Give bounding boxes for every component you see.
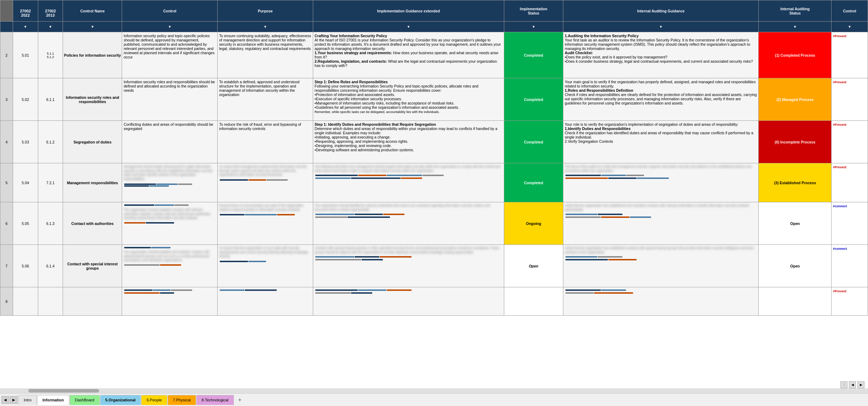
cell-control-last-7: #connect <box>832 245 868 287</box>
cell-audit-status-8 <box>759 287 832 316</box>
cell-purpose-3: To establish a defined, approved and und… <box>218 78 313 121</box>
row-num-6: 6 <box>0 202 13 245</box>
tab-nav-next[interactable]: ▶ <box>10 396 18 404</box>
cell-c-5: 7.2.1 <box>38 163 63 202</box>
row-num-5: 5 <box>0 163 13 202</box>
cell-control-name-2: Policies for information security <box>63 32 122 78</box>
header-row-main: 27002 2022 27002 2013 Control Name Contr… <box>0 0 868 22</box>
cell-c-6: 6.1.3 <box>38 202 63 245</box>
filter-h[interactable]: ▼ <box>504 22 563 32</box>
tab-bar: ◀ ▶ Intro Information DashBoard 5.Organi… <box>0 393 868 406</box>
scrollbar-thumb[interactable] <box>28 389 99 393</box>
filter-d[interactable]: ▼ <box>63 22 122 32</box>
cell-control-2: Information security policy and topic-sp… <box>122 32 218 78</box>
cell-b-6: 5.05 <box>13 202 38 245</box>
cell-control-7: The organization should establish and ma… <box>122 245 218 287</box>
nav-scroll-right[interactable]: ▶ <box>857 381 864 388</box>
cell-control-name-7: Contact with special interest groups <box>63 245 122 287</box>
cell-control-3: Information security roles and responsib… <box>122 78 218 121</box>
tab-7-physical[interactable]: 7.Physical <box>168 395 196 405</box>
cell-control-last-3: #Prevent <box>832 78 868 121</box>
cell-c-7: 6.1.4 <box>38 245 63 287</box>
cell-audit-status-4: (0) Incomplete Process <box>759 121 832 163</box>
cell-c-2: 5.1.15.1.2 <box>38 32 63 78</box>
col-g-header: Implementation Guidance extended <box>313 0 504 22</box>
row-num-7: 7 <box>0 245 13 287</box>
cell-guidance-8 <box>313 287 504 316</box>
col-f-header: Purpose <box>218 0 313 22</box>
cell-b-7: 5.06 <box>13 245 38 287</box>
cell-control-name-5: Management responsibilities <box>63 163 122 202</box>
row-num-4: 4 <box>0 121 13 163</box>
filter-k[interactable]: ▼ <box>832 22 868 32</box>
filter-f[interactable]: ▼ <box>218 22 313 32</box>
tab-dashboard[interactable]: DashBoard <box>70 395 100 405</box>
nav-scroll-left[interactable]: ◀ <box>849 381 856 388</box>
corner-nav: ⋮ ◀ ▶ <box>840 381 864 388</box>
spreadsheet: 27002 2022 27002 2013 Control Name Contr… <box>0 0 868 406</box>
cell-control-6: The organization should establish contac… <box>122 202 218 245</box>
cell-impl-status-5: Completed <box>504 163 563 202</box>
row-num-header <box>0 0 13 22</box>
cell-audit-status-5: (3) Established Process <box>759 163 832 202</box>
cell-c-4: 6.1.2 <box>38 121 63 163</box>
cell-guidance-4: Step 1: Identify Duties and Responsibili… <box>313 121 504 163</box>
cell-c-8 <box>38 287 63 316</box>
horizontal-scrollbar[interactable] <box>0 388 868 393</box>
cell-impl-status-7: Open <box>504 245 563 287</box>
tab-information[interactable]: Information <box>37 395 69 405</box>
filter-b[interactable]: ▼ <box>13 22 38 32</box>
cell-purpose-7: To ensure that the organization is up to… <box>218 245 313 287</box>
tab-8-technological[interactable]: 8.Technological <box>196 395 234 405</box>
cell-impl-status-2: Completed <box>504 32 563 78</box>
cell-audit-guidance-5: The focus of the audit is to verify that… <box>563 163 759 202</box>
nav-menu-btn[interactable]: ⋮ <box>840 381 847 388</box>
cell-control-5: Management should require all personnel … <box>122 163 218 202</box>
cell-control-last-6: #connect <box>832 202 868 245</box>
table-row: 3 5.02 6.1.1 Information security roles … <box>0 78 868 121</box>
tab-6-people[interactable]: 6.People <box>141 395 167 405</box>
cell-audit-status-6: Open <box>759 202 832 245</box>
tab-nav-prev[interactable]: ◀ <box>1 396 9 404</box>
row-num-8: 8 <box>0 287 13 316</box>
cell-audit-status-3: (2) Managed Process <box>759 78 832 121</box>
cell-guidance-5: The following describes how management s… <box>313 163 504 202</box>
table-row: 2 5.01 5.1.15.1.2 Policies for informati… <box>0 32 868 78</box>
cell-control-name-4: Segregation of duties <box>63 121 122 163</box>
filter-c[interactable]: ▼ <box>38 22 63 32</box>
cell-impl-status-4: Completed <box>504 121 563 163</box>
col-b-label: 27002 2022 <box>20 9 31 17</box>
col-h-header: ImplementationStatus <box>504 0 563 22</box>
table-row: 5 5.04 7.2.1 Management responsibilities… <box>0 163 868 202</box>
col-d-header: Control Name <box>63 0 122 22</box>
add-tab-button[interactable]: + <box>236 396 244 404</box>
tab-5-organizational[interactable]: 5.Organizational <box>100 395 141 405</box>
filter-j[interactable]: ▼ <box>759 22 832 32</box>
cell-c-3: 6.1.1 <box>38 78 63 121</box>
tab-intro[interactable]: Intro <box>18 395 37 405</box>
cell-audit-guidance-8 <box>563 287 759 316</box>
cell-b-4: 5.03 <box>13 121 38 163</box>
col-c-header: 27002 2013 <box>38 0 63 22</box>
col-e-header: Control <box>122 0 218 22</box>
cell-b-8 <box>13 287 38 316</box>
table-row: 8 <box>0 287 868 316</box>
cell-guidance-7: Contacts with special interest groups or… <box>313 245 504 287</box>
cell-control-last-2: #Prevent <box>832 32 868 78</box>
cell-purpose-2: To ensure continuing suitability, adequa… <box>218 32 313 78</box>
cell-control-4: Conflicting duties and areas of responsi… <box>122 121 218 163</box>
cell-impl-status-3: Completed <box>504 78 563 121</box>
cell-b-5: 5.04 <box>13 163 38 202</box>
cell-control-8 <box>122 287 218 316</box>
filter-g[interactable]: ▼ <box>313 22 504 32</box>
cell-purpose-6: Ensures lines of communication are open … <box>218 202 313 245</box>
filter-e[interactable]: ▼ <box>122 22 218 32</box>
cell-purpose-5: To ensure that management requirements i… <box>218 163 313 202</box>
filter-row: ▼ ▼ ▼ ▼ ▼ ▼ ▼ ▼ ▼ ▼ <box>0 22 868 32</box>
cell-impl-status-6: Ongoing <box>504 202 563 245</box>
cell-guidance-2: Crafting Your Information Security Polic… <box>313 32 504 78</box>
cell-control-name-3: Information security roles and responsib… <box>63 78 122 121</box>
table-row: 7 5.06 6.1.4 Contact with special intere… <box>0 245 868 287</box>
filter-i[interactable]: ▼ <box>563 22 759 32</box>
cell-guidance-3: Step 1: Define Roles and Responsibilitie… <box>313 78 504 121</box>
